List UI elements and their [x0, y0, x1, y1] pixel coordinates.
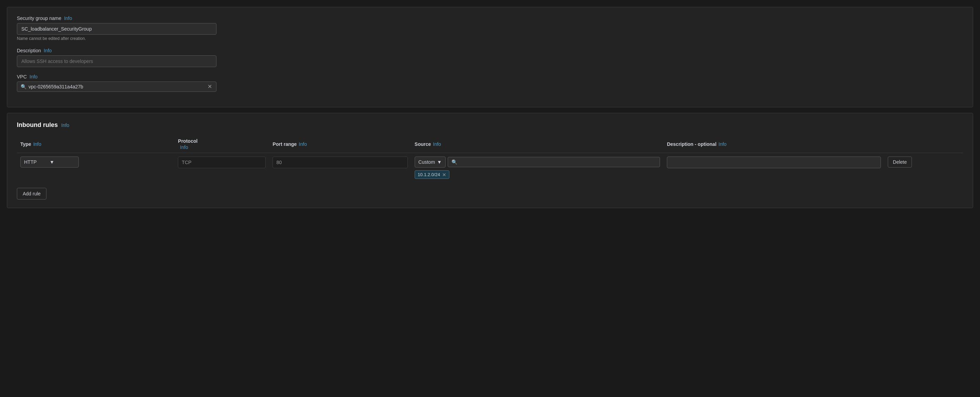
th-protocol-label: Protocol	[178, 138, 266, 144]
inbound-rules-section: Inbound rules Info Type Info Protocol In…	[7, 113, 973, 208]
vpc-info-link[interactable]: Info	[30, 74, 38, 79]
table-row: HTTP ▼ TCP 80 Custom	[17, 153, 963, 183]
security-group-name-label: Security group name	[17, 16, 61, 21]
source-type-select[interactable]: Custom ▼	[415, 157, 445, 168]
th-source-label: Source	[415, 141, 431, 147]
rule-description-input[interactable]	[667, 157, 881, 168]
port-range-value: 80	[272, 157, 408, 168]
td-delete: Delete	[885, 153, 963, 183]
th-description-label: Description - optional	[667, 141, 716, 147]
th-type: Type Info	[17, 135, 175, 153]
inbound-rules-info-link[interactable]: Info	[61, 122, 69, 128]
th-source-info[interactable]: Info	[433, 141, 441, 147]
th-source: Source Info	[411, 135, 663, 153]
td-source: Custom ▼ 🔍 10.1.2.0/24 ✕	[411, 153, 663, 183]
name-field-group: Security group name Info Name cannot be …	[17, 16, 963, 41]
vpc-clear-button[interactable]: ✕	[207, 84, 213, 89]
description-field-label: Description Info	[17, 48, 963, 53]
inbound-rules-title: Inbound rules Info	[17, 121, 963, 129]
source-search-wrapper: 🔍	[448, 157, 660, 167]
description-info-link[interactable]: Info	[44, 48, 52, 53]
inbound-rules-table: Type Info Protocol Info Port range Info	[17, 135, 963, 182]
td-type: HTTP ▼	[17, 153, 175, 183]
vpc-search-input[interactable]	[29, 84, 207, 89]
vpc-search-icon: 🔍	[21, 84, 27, 89]
security-group-section: Security group name Info Name cannot be …	[7, 7, 973, 107]
vpc-input-wrapper: 🔍 ✕	[17, 81, 216, 92]
delete-rule-button[interactable]: Delete	[888, 157, 912, 168]
type-select[interactable]: HTTP ▼	[20, 157, 79, 168]
name-hint-text: Name cannot be edited after creation.	[17, 36, 963, 41]
th-port-range-info[interactable]: Info	[299, 141, 307, 147]
table-header-row: Type Info Protocol Info Port range Info	[17, 135, 963, 153]
vpc-field-label: VPC Info	[17, 74, 963, 79]
td-description	[663, 153, 885, 183]
type-value: HTTP	[24, 159, 49, 165]
name-field-label: Security group name Info	[17, 16, 963, 21]
description-input[interactable]	[17, 56, 216, 67]
vpc-label: VPC	[17, 74, 27, 79]
th-description: Description - optional Info	[663, 135, 885, 153]
type-dropdown-arrow: ▼	[49, 159, 75, 165]
cidr-tag-row: 10.1.2.0/24 ✕	[415, 170, 660, 179]
source-wrapper: Custom ▼ 🔍 10.1.2.0/24 ✕	[415, 157, 660, 179]
th-port-range-label: Port range	[272, 141, 297, 147]
add-rule-button[interactable]: Add rule	[17, 188, 46, 200]
description-label: Description	[17, 48, 41, 53]
cidr-tag-value: 10.1.2.0/24	[418, 172, 440, 177]
source-type-value: Custom	[418, 159, 435, 165]
source-dropdown-arrow: ▼	[437, 159, 442, 165]
security-group-name-input[interactable]	[17, 23, 216, 35]
source-search-icon: 🔍	[452, 159, 457, 165]
th-description-info[interactable]: Info	[719, 141, 726, 147]
th-protocol-info[interactable]: Info	[180, 145, 266, 150]
th-action	[885, 135, 963, 153]
cidr-tag: 10.1.2.0/24 ✕	[415, 170, 449, 179]
protocol-value: TCP	[178, 157, 266, 168]
source-search-input[interactable]	[459, 159, 656, 165]
description-field-group: Description Info	[17, 48, 963, 67]
td-port-range: 80	[269, 153, 411, 183]
td-protocol: TCP	[175, 153, 269, 183]
th-type-info[interactable]: Info	[33, 141, 41, 147]
source-top: Custom ▼ 🔍	[415, 157, 660, 168]
security-group-name-info-link[interactable]: Info	[64, 16, 72, 21]
th-port-range: Port range Info	[269, 135, 411, 153]
cidr-tag-remove-button[interactable]: ✕	[442, 172, 446, 177]
inbound-rules-title-text: Inbound rules	[17, 121, 58, 129]
th-protocol: Protocol Info	[175, 135, 269, 153]
th-type-label: Type	[20, 141, 31, 147]
vpc-field-group: VPC Info 🔍 ✕	[17, 74, 963, 92]
